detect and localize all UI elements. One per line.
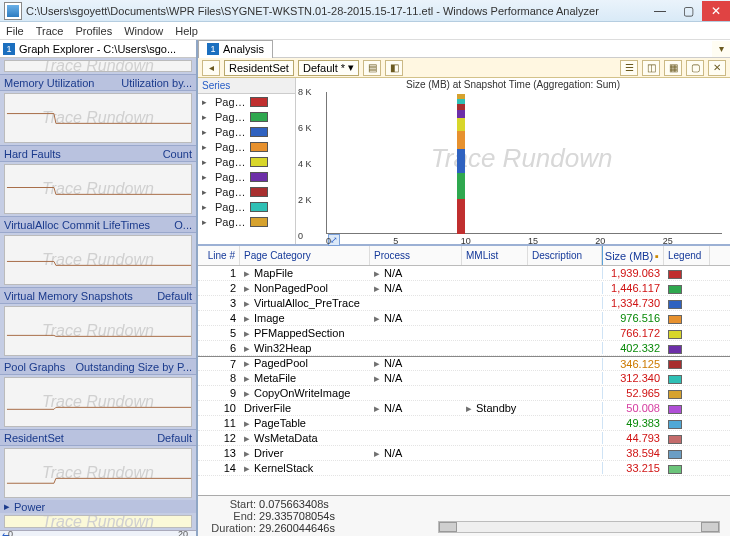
expand-icon[interactable]: ▸ — [244, 462, 254, 475]
series-item[interactable]: ▸ Pag… — [198, 154, 295, 169]
minimize-button[interactable]: — — [646, 1, 674, 21]
view-table-icon[interactable]: ▦ — [664, 60, 682, 76]
col-size[interactable]: Size (MB) ▪ — [602, 246, 664, 265]
bar-segment[interactable] — [457, 173, 465, 199]
ge-thumb[interactable]: Trace Rundown — [4, 235, 192, 285]
series-item[interactable]: ▸ Pag… — [198, 199, 295, 214]
expand-icon[interactable]: ▸ — [244, 417, 254, 430]
col-category[interactable]: Page Category — [240, 246, 370, 265]
table-row[interactable]: 8 ▸MetaFile ▸N/A 312.340 — [198, 371, 730, 386]
expand-icon[interactable]: ▸ — [374, 372, 384, 385]
expand-icon[interactable]: ▸ — [244, 357, 254, 370]
expand-icon[interactable]: ▸ — [374, 357, 384, 370]
ge-thumb-power[interactable]: Trace Rundown — [4, 515, 192, 527]
table-row[interactable]: 2 ▸NonPagedPool ▸N/A 1,446.117 — [198, 281, 730, 296]
table-row[interactable]: 10 DriverFile ▸N/A ▸Standby 50.008 — [198, 401, 730, 416]
table-row[interactable]: 4 ▸Image ▸N/A 976.516 — [198, 311, 730, 326]
bar-segment[interactable] — [457, 118, 465, 132]
view-chart-icon[interactable]: ☰ — [620, 60, 638, 76]
expand-icon[interactable]: ▸ — [244, 387, 254, 400]
expand-icon[interactable]: ▸ — [244, 432, 254, 445]
expand-icon[interactable]: ▸ — [466, 402, 476, 415]
ge-group-header[interactable]: ResidentSet Default — [0, 430, 196, 446]
series-item[interactable]: ▸ Pag… — [198, 109, 295, 124]
table-row[interactable]: 3 ▸VirtualAlloc_PreTrace 1,334.730 — [198, 296, 730, 311]
menu-file[interactable]: File — [6, 25, 24, 37]
series-item[interactable]: ▸ Pag… — [198, 184, 295, 199]
table-row[interactable]: 7 ▸PagedPool ▸N/A 346.125 — [198, 356, 730, 371]
ge-group-header[interactable]: VirtualAlloc Commit LifeTimes O... — [0, 217, 196, 233]
menu-help[interactable]: Help — [175, 25, 198, 37]
expand-icon[interactable]: ▸ — [244, 447, 254, 460]
col-legend[interactable]: Legend — [664, 246, 710, 265]
maximize-view-icon[interactable]: ▢ — [686, 60, 704, 76]
bar-segment[interactable] — [457, 110, 465, 117]
toolbar-btn-a[interactable]: ▤ — [363, 60, 381, 76]
table-row[interactable]: 1 ▸MapFile ▸N/A 1,939.063 — [198, 266, 730, 281]
series-swatch-icon — [250, 127, 268, 137]
ge-thumb[interactable]: Trace Rundown — [4, 93, 192, 143]
ge-thumb-top[interactable]: Trace Rundown — [4, 60, 192, 72]
bar-segment[interactable] — [457, 94, 465, 99]
expand-icon[interactable]: ▸ — [374, 282, 384, 295]
expand-icon[interactable]: ▸ — [244, 282, 254, 295]
close-button[interactable]: ✕ — [702, 1, 730, 21]
col-description[interactable]: Description — [528, 246, 602, 265]
ge-thumb[interactable]: Trace Rundown — [4, 377, 192, 427]
series-item[interactable]: ▸ Pag… — [198, 94, 295, 109]
expand-icon[interactable]: ▸ — [374, 447, 384, 460]
expand-icon[interactable]: ▸ — [244, 312, 254, 325]
table-row[interactable]: 9 ▸CopyOnWriteImage 52.965 — [198, 386, 730, 401]
table-row[interactable]: 6 ▸Win32Heap 402.332 — [198, 341, 730, 356]
col-process[interactable]: Process — [370, 246, 462, 265]
view-split-icon[interactable]: ◫ — [642, 60, 660, 76]
bar-segment[interactable] — [457, 131, 465, 149]
ge-group-header[interactable]: Hard Faults Count — [0, 146, 196, 162]
ge-thumb[interactable]: Trace Rundown — [4, 306, 192, 356]
chart-plot[interactable]: Size (MB) at Snapshot Time (Aggregation:… — [296, 78, 730, 244]
series-item[interactable]: ▸ Pag… — [198, 169, 295, 184]
col-line[interactable]: Line # — [198, 246, 240, 265]
expand-icon[interactable]: ▸ — [244, 267, 254, 280]
table-row[interactable]: 11 ▸PageTable 49.383 — [198, 416, 730, 431]
series-item[interactable]: ▸ Pag… — [198, 124, 295, 139]
bar-segment[interactable] — [457, 99, 465, 105]
collapse-left-icon[interactable]: ◂ — [202, 60, 220, 76]
expand-icon[interactable]: ▸ — [244, 327, 254, 340]
h-scrollbar[interactable] — [438, 521, 720, 533]
table-row[interactable]: 12 ▸WsMetaData 44.793 — [198, 431, 730, 446]
series-item[interactable]: ▸ Pag… — [198, 214, 295, 229]
maximize-button[interactable]: ▢ — [674, 1, 702, 21]
expand-icon[interactable]: ▸ — [244, 342, 254, 355]
time-ruler[interactable]: ⇆ 0 20 — [0, 530, 196, 536]
toolbar-btn-b[interactable]: ◧ — [385, 60, 403, 76]
ge-group-header[interactable]: Pool Graphs Outstanding Size by P... — [0, 359, 196, 375]
close-view-icon[interactable]: ✕ — [708, 60, 726, 76]
bar-segment[interactable] — [457, 104, 465, 110]
menu-trace[interactable]: Trace — [36, 25, 64, 37]
table-row[interactable]: 5 ▸PFMappedSection 766.172 — [198, 326, 730, 341]
power-expander[interactable]: ▸ Power — [0, 500, 196, 513]
tab-analysis[interactable]: 1 Analysis — [198, 40, 273, 58]
series-item[interactable]: ▸ Pag… — [198, 139, 295, 154]
expand-icon[interactable]: ▸ — [244, 372, 254, 385]
col-mmlist[interactable]: MMList — [462, 246, 528, 265]
menu-profiles[interactable]: Profiles — [75, 25, 112, 37]
expand-icon[interactable]: ▸ — [374, 312, 384, 325]
table-row[interactable]: 13 ▸Driver ▸N/A 38.594 — [198, 446, 730, 461]
ge-group-header[interactable]: Memory Utilization Utilization by... — [0, 75, 196, 91]
expand-icon[interactable]: ▸ — [374, 267, 384, 280]
expand-icon[interactable]: ▸ — [244, 297, 254, 310]
graph-explorer-tab[interactable]: 1 Graph Explorer - C:\Users\sgo... — [0, 40, 196, 58]
ge-thumb[interactable]: Trace Rundown — [4, 164, 192, 214]
ge-thumb[interactable]: Trace Rundown — [4, 448, 192, 498]
preset-dropdown[interactable]: Default * ▾ — [298, 60, 359, 76]
source-dropdown[interactable]: ResidentSet — [224, 60, 294, 76]
bar-segment[interactable] — [457, 199, 465, 234]
menu-window[interactable]: Window — [124, 25, 163, 37]
ge-group-header[interactable]: Virtual Memory Snapshots Default — [0, 288, 196, 304]
expand-icon[interactable]: ▸ — [374, 402, 384, 415]
bar-segment[interactable] — [457, 149, 465, 173]
tabstrip-menu-icon[interactable]: ▾ — [712, 41, 730, 57]
table-row[interactable]: 14 ▸KernelStack 33.215 — [198, 461, 730, 476]
